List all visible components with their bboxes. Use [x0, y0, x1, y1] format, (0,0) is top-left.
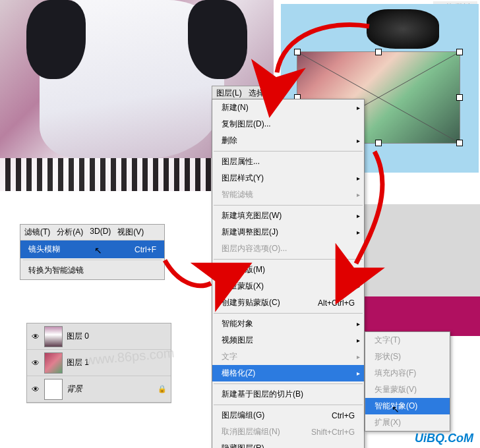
menu-view[interactable]: 视图(V) [117, 227, 144, 238]
visibility-eye-icon[interactable]: 👁 [31, 332, 40, 341]
menu-item-label: 新建填充图层(W) [222, 210, 282, 221]
menu-item-label: 矢量蒙版(X) [222, 281, 264, 292]
menu-item-create-clipping-mask[interactable]: 创建剪贴蒙版(C) Alt+Ctrl+G [212, 294, 364, 311]
menu-item-label: 创建剪贴蒙版(C) [222, 297, 280, 308]
menu-separator [214, 151, 363, 152]
menu-item-duplicate-layer[interactable]: 复制图层(D)... [212, 116, 364, 132]
menu-item-label: 图层蒙版(M) [222, 264, 265, 275]
menu-item-vector-mask[interactable]: 矢量蒙版(X) [212, 278, 364, 294]
visibility-eye-icon[interactable]: 👁 [31, 385, 40, 394]
rasterize-submenu: 文字(T) 形状(S) 填充内容(F) 矢量蒙版(V) 智能对象(O) 扩展(X… [365, 331, 450, 432]
menu-item-layer-style[interactable]: 图层样式(Y) [212, 170, 364, 186]
menu-item-label: 新建(N) [222, 102, 249, 113]
transform-handle[interactable] [375, 140, 382, 146]
transform-handle[interactable] [456, 49, 463, 55]
menu-item-label: 转换为智能滤镜 [28, 265, 84, 276]
menu-item-convert-smart-filter[interactable]: 转换为智能滤镜 [20, 262, 164, 279]
menu-item-new[interactable]: 新建(N) [212, 99, 364, 116]
menu-item-label: 文字 [222, 351, 237, 362]
menu-analysis[interactable]: 分析(A) [57, 227, 83, 238]
menu-item-label: 形状(S) [375, 351, 401, 362]
submenu-item-vector-mask: 矢量蒙版(V) [365, 381, 450, 398]
menu-item-label: 新建调整图层(J) [222, 227, 278, 238]
transform-handle[interactable] [456, 94, 463, 101]
menu-item-label: 隐藏图层(R) [222, 443, 264, 448]
submenu-item-other: 扩展(X) [365, 414, 450, 431]
submenu-item-shape: 形状(S) [365, 349, 450, 365]
menu-item-label: 复制图层(D)... [222, 119, 271, 130]
transform-handle[interactable] [456, 140, 463, 146]
visibility-eye-icon[interactable]: 👁 [31, 358, 40, 368]
menu-item-label: 智能滤镜 [222, 189, 253, 200]
layer-row[interactable]: 👁 图层 0 [27, 323, 171, 350]
menu-item-label: 图层属性... [222, 156, 260, 167]
menu-item-layer-mask[interactable]: 图层蒙版(M) [212, 262, 364, 278]
menu-item-layer-content-options: 图层内容选项(O)... [212, 240, 364, 257]
menu-separator [214, 383, 363, 384]
menu-item-label: 图层编组(G) [222, 410, 264, 421]
menu-item-shortcut: Shift+Ctrl+G [311, 428, 355, 437]
menu-item-ungroup-layers: 取消图层编组(N) Shift+Ctrl+G [212, 424, 364, 440]
menu-separator [214, 405, 363, 405]
menu-separator [214, 313, 363, 314]
menu-item-label: 扩展(X) [375, 417, 401, 428]
menu-item-label: 新建基于图层的切片(B) [222, 389, 303, 400]
menu-item-new-fill-layer[interactable]: 新建填充图层(W) [212, 208, 364, 224]
lock-icon[interactable]: 🔒 [158, 385, 167, 393]
menu-item-label: 矢量蒙版(V) [375, 384, 417, 395]
menu-item-shortcut: Alt+Ctrl+G [318, 298, 355, 308]
menu-filter[interactable]: 滤镜(T) [24, 227, 50, 238]
menu-layer[interactable]: 图层(L) [216, 88, 242, 99]
menu-item-delete[interactable]: 删除 [212, 132, 364, 149]
submenu-item-fill-content: 填充内容(F) [365, 365, 450, 381]
layer-name[interactable]: 图层 1 [67, 357, 167, 368]
menu-item-label: 填充内容(F) [375, 368, 416, 379]
menu-item-label: 栅格化(Z) [222, 368, 255, 379]
layer-name[interactable]: 背景 [67, 383, 154, 395]
photo-detail [367, 9, 439, 49]
menu-item-label: 视频图层 [222, 335, 253, 346]
menu-item-label: 智能对象 [222, 318, 253, 329]
transform-handle[interactable] [294, 49, 301, 55]
menu-separator [23, 260, 162, 260]
menu-3d[interactable]: 3D(D) [90, 227, 111, 238]
menu-select[interactable]: 选择 [249, 88, 264, 99]
layer-thumbnail[interactable] [44, 352, 63, 374]
menu-item-label: 删除 [222, 135, 237, 146]
layer-menu-dropdown: 新建(N) 复制图层(D)... 删除 图层属性... 图层样式(Y) 智能滤镜… [212, 99, 365, 448]
menu-item-smart-objects[interactable]: 智能对象 [212, 316, 364, 332]
photo-detail [188, 0, 247, 79]
menu-item-group-layers[interactable]: 图层编组(G) Ctrl+G [212, 407, 364, 424]
menu-item-last-filter[interactable]: 镜头模糊 Ctrl+F [20, 240, 164, 258]
menu-item-label: 文字(T) [375, 335, 400, 346]
menu-item-smart-filter: 智能滤镜 [212, 186, 364, 203]
menu-item-video-layers[interactable]: 视频图层 [212, 332, 364, 349]
menubar-row: 滤镜(T) 分析(A) 3D(D) 视图(V) [20, 225, 164, 240]
layer-row[interactable]: 👁 图层 1 [27, 350, 171, 376]
transform-handle[interactable] [375, 49, 382, 55]
menu-item-rasterize[interactable]: 栅格化(Z) [212, 365, 364, 381]
menu-separator [214, 205, 363, 206]
menu-item-type: 文字 [212, 349, 364, 365]
layer-thumbnail[interactable] [44, 326, 63, 347]
menu-item-new-layer-based-slice[interactable]: 新建基于图层的切片(B) [212, 386, 364, 403]
menu-item-shortcut: Ctrl+F [135, 245, 156, 254]
layer-thumbnail[interactable] [44, 379, 63, 400]
photo-detail [26, 0, 86, 79]
submenu-item-type: 文字(T) [365, 332, 450, 349]
menu-item-hide-layers[interactable]: 隐藏图层(R) [212, 440, 364, 448]
filter-menubar: 滤镜(T) 分析(A) 3D(D) 视图(V) 镜头模糊 Ctrl+F 转换为智… [20, 224, 165, 280]
submenu-item-smart-object[interactable]: 智能对象(O) [365, 398, 450, 414]
watermark-bottom: UiBQ.CoM [415, 432, 473, 445]
menu-item-layer-properties[interactable]: 图层属性... [212, 154, 364, 170]
menu-item-label: 取消图层编组(N) [222, 426, 280, 437]
layer-row-background[interactable]: 👁 背景 🔒 [27, 376, 171, 403]
menu-separator [214, 259, 363, 260]
layer-name[interactable]: 图层 0 [67, 331, 167, 342]
menu-item-shortcut: Ctrl+G [332, 411, 355, 420]
menu-item-label: 镜头模糊 [28, 244, 60, 255]
menu-item-new-adjustment-layer[interactable]: 新建调整图层(J) [212, 224, 364, 240]
menu-item-label: 图层样式(Y) [222, 173, 264, 184]
menu-item-label: 图层内容选项(O)... [222, 243, 287, 254]
menu-item-label: 智能对象(O) [375, 401, 417, 412]
